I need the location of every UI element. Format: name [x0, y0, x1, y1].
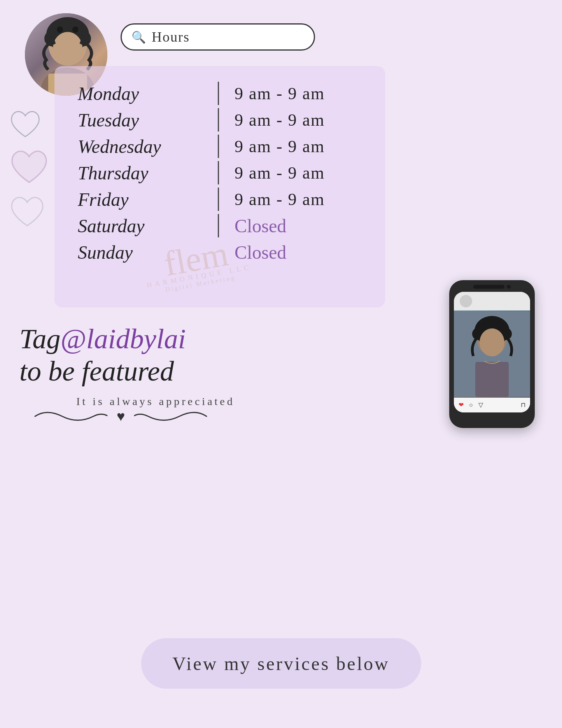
svg-point-19 [496, 321, 506, 331]
day-wednesday: Wednesday [78, 136, 218, 157]
time-wednesday: 9 am - 9 am [235, 137, 325, 156]
day-thursday: Thursday [78, 162, 218, 184]
svg-point-20 [487, 318, 497, 328]
heart-center-icon: ♥ [117, 408, 125, 425]
swirl-decoration: ♥ [31, 405, 226, 428]
divider [218, 82, 219, 105]
svg-point-9 [53, 32, 82, 65]
phone-actions-bar: ❤ ○ ▽ ⊓ [454, 398, 530, 412]
divider [218, 214, 219, 237]
view-services-label: View my services below [172, 653, 389, 674]
time-friday: 9 am - 9 am [235, 189, 325, 209]
tag-suffix: to be featured [19, 355, 174, 388]
svg-rect-22 [475, 362, 509, 397]
time-tuesday: 9 am - 9 am [235, 110, 325, 130]
search-icon: 🔍 [131, 30, 146, 44]
divider [218, 108, 219, 132]
phone-post-image [454, 310, 530, 398]
time-saturday: Closed [235, 215, 286, 237]
day-saturday: Saturday [78, 215, 218, 237]
table-row: Thursday 9 am - 9 am [78, 161, 362, 184]
tag-handle: @laidbylai [60, 323, 186, 355]
divider [218, 161, 219, 184]
phone-mockup: ❤ ○ ▽ ⊓ [449, 280, 535, 428]
tag-line: Tag @laidbylai to be featured [19, 323, 292, 388]
search-text: Hours [152, 29, 190, 45]
heart-icon-1 [8, 109, 43, 140]
watermark-line1: HARMONIQUE LLC [146, 263, 252, 289]
time-sunday: Closed [235, 242, 286, 263]
table-row: Saturday Closed [78, 214, 362, 237]
day-tuesday: Tuesday [78, 109, 218, 131]
tag-prefix: Tag [19, 323, 60, 355]
hearts-decoration [8, 109, 51, 230]
hours-card: flem HARMONIQUE LLC Digital Marketing Mo… [54, 66, 385, 307]
tag-section: Tag @laidbylai to be featured It is alwa… [19, 323, 292, 408]
hours-table: Monday 9 am - 9 am Tuesday 9 am - 9 am W… [78, 82, 362, 264]
svg-point-8 [61, 20, 75, 34]
time-thursday: 9 am - 9 am [235, 163, 325, 183]
day-monday: Monday [78, 83, 218, 104]
table-row: Monday 9 am - 9 am [78, 82, 362, 105]
search-bar[interactable]: 🔍 Hours [121, 23, 315, 51]
svg-point-18 [478, 321, 488, 331]
watermark-line2: Digital Marketing [147, 271, 253, 296]
right-swirl [133, 405, 210, 428]
table-row: Friday 9 am - 9 am [78, 188, 362, 211]
comment-action-icon: ○ [469, 402, 473, 409]
table-row: Wednesday 9 am - 9 am [78, 135, 362, 158]
divider [218, 188, 219, 211]
view-services-button[interactable]: View my services below [141, 638, 421, 689]
bookmark-action-icon: ⊓ [521, 401, 525, 409]
svg-point-10 [57, 26, 63, 33]
phone-top-bar [454, 292, 530, 310]
table-row: Sunday Closed [78, 240, 362, 264]
day-friday: Friday [78, 189, 218, 210]
day-sunday: Sunday [78, 242, 218, 263]
left-swirl [31, 405, 109, 428]
svg-point-21 [480, 328, 504, 356]
heart-icon-2 [8, 148, 51, 187]
table-row: Tuesday 9 am - 9 am [78, 108, 362, 132]
phone-screen: ❤ ○ ▽ ⊓ [454, 292, 530, 412]
phone-profile-circle [460, 295, 472, 307]
heart-icon-3 [8, 195, 47, 230]
svg-point-11 [72, 26, 79, 33]
share-action-icon: ▽ [478, 401, 483, 409]
phone-camera-dot [507, 285, 511, 289]
phone-notch [454, 285, 530, 289]
divider [218, 135, 219, 158]
heart-action-icon: ❤ [459, 401, 464, 409]
time-monday: 9 am - 9 am [235, 84, 325, 103]
phone-notch-bar [473, 285, 504, 289]
